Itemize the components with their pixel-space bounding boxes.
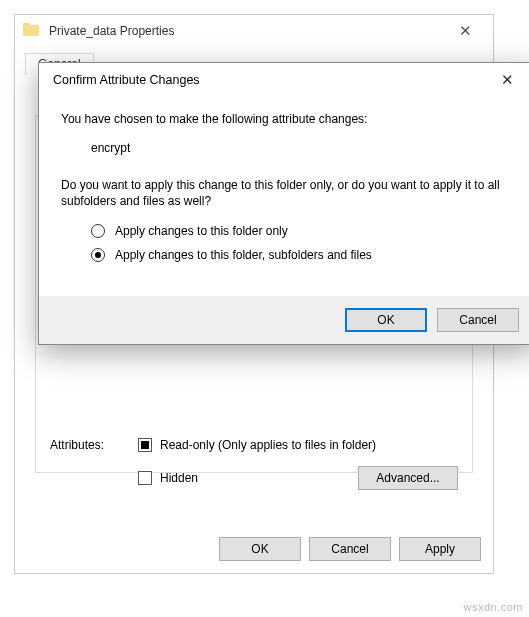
radio-folder-only[interactable] — [91, 224, 105, 238]
readonly-label: Read-only (Only applies to files in fold… — [160, 438, 376, 452]
confirm-intro: You have chosen to make the following at… — [61, 111, 513, 127]
properties-apply-button[interactable]: Apply — [399, 537, 481, 561]
hidden-checkbox[interactable] — [138, 471, 152, 485]
readonly-checkbox[interactable] — [138, 438, 152, 452]
confirm-change-value: encrypt — [91, 141, 513, 155]
confirm-cancel-button[interactable]: Cancel — [437, 308, 519, 332]
attributes-label: Attributes: — [50, 438, 138, 452]
watermark: wsxdn.com — [463, 601, 523, 613]
folder-icon — [23, 23, 39, 39]
confirm-title: Confirm Attribute Changes — [53, 73, 200, 87]
close-icon[interactable]: ✕ — [445, 15, 485, 47]
hidden-label: Hidden — [160, 471, 350, 485]
radio-recursive-label: Apply changes to this folder, subfolders… — [115, 248, 372, 262]
radio-recursive[interactable] — [91, 248, 105, 262]
properties-ok-button[interactable]: OK — [219, 537, 301, 561]
confirm-button-row: OK Cancel — [39, 296, 529, 344]
confirm-dialog: Confirm Attribute Changes ✕ You have cho… — [38, 62, 529, 345]
confirm-titlebar: Confirm Attribute Changes ✕ — [39, 63, 529, 97]
confirm-ok-button[interactable]: OK — [345, 308, 427, 332]
radio-folder-only-label: Apply changes to this folder only — [115, 224, 288, 238]
properties-button-row: OK Cancel Apply — [15, 525, 493, 573]
close-icon[interactable]: ✕ — [489, 67, 525, 93]
properties-titlebar: Private_data Properties ✕ — [15, 15, 493, 47]
properties-cancel-button[interactable]: Cancel — [309, 537, 391, 561]
radio-folder-only-row[interactable]: Apply changes to this folder only — [91, 224, 513, 238]
radio-recursive-row[interactable]: Apply changes to this folder, subfolders… — [91, 248, 513, 262]
confirm-question: Do you want to apply this change to this… — [61, 177, 513, 209]
properties-title: Private_data Properties — [49, 24, 174, 38]
advanced-button[interactable]: Advanced... — [358, 466, 458, 490]
